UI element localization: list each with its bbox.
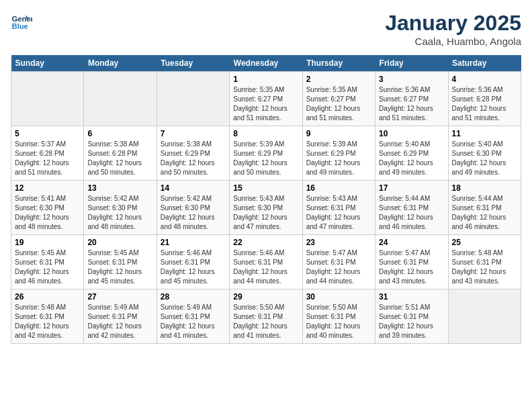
calendar-cell: 1Sunrise: 5:35 AM Sunset: 6:27 PM Daylig… xyxy=(230,72,302,126)
calendar-title: January 2025 xyxy=(385,11,521,36)
day-number: 14 xyxy=(161,183,226,193)
day-info: Sunrise: 5:44 AM Sunset: 6:31 PM Dayligh… xyxy=(452,194,517,232)
logo-icon: General Blue xyxy=(11,11,32,32)
day-number: 19 xyxy=(15,238,80,247)
calendar-cell xyxy=(157,72,229,126)
calendar-cell: 5Sunrise: 5:37 AM Sunset: 6:28 PM Daylig… xyxy=(11,126,84,181)
day-number: 31 xyxy=(379,292,444,302)
day-info: Sunrise: 5:48 AM Sunset: 6:31 PM Dayligh… xyxy=(15,303,80,340)
calendar-cell: 19Sunrise: 5:45 AM Sunset: 6:31 PM Dayli… xyxy=(11,235,84,289)
weekday-header-thursday: Thursday xyxy=(302,55,375,72)
title-block: January 2025 Caala, Huambo, Angola xyxy=(385,11,521,47)
day-number: 20 xyxy=(87,238,152,247)
calendar-week-row: 1Sunrise: 5:35 AM Sunset: 6:27 PM Daylig… xyxy=(11,72,521,126)
day-number: 2 xyxy=(306,75,371,84)
day-number: 21 xyxy=(161,238,226,247)
calendar-cell: 31Sunrise: 5:51 AM Sunset: 6:31 PM Dayli… xyxy=(375,289,448,344)
calendar-cell: 12Sunrise: 5:41 AM Sunset: 6:30 PM Dayli… xyxy=(11,181,84,235)
day-number: 29 xyxy=(233,292,298,302)
day-number: 22 xyxy=(233,238,298,247)
day-number: 8 xyxy=(233,129,298,138)
day-number: 28 xyxy=(161,292,226,302)
day-number: 17 xyxy=(379,183,444,193)
calendar-cell: 22Sunrise: 5:46 AM Sunset: 6:31 PM Dayli… xyxy=(230,235,302,289)
day-number: 4 xyxy=(452,75,517,84)
day-info: Sunrise: 5:47 AM Sunset: 6:31 PM Dayligh… xyxy=(306,248,371,286)
calendar-cell xyxy=(11,72,84,126)
calendar-cell: 17Sunrise: 5:44 AM Sunset: 6:31 PM Dayli… xyxy=(375,181,448,235)
calendar-week-row: 5Sunrise: 5:37 AM Sunset: 6:28 PM Daylig… xyxy=(11,126,521,181)
day-info: Sunrise: 5:40 AM Sunset: 6:30 PM Dayligh… xyxy=(452,140,517,177)
calendar-cell: 26Sunrise: 5:48 AM Sunset: 6:31 PM Dayli… xyxy=(11,289,84,344)
day-number: 9 xyxy=(306,129,371,138)
day-number: 3 xyxy=(379,75,444,84)
day-info: Sunrise: 5:47 AM Sunset: 6:31 PM Dayligh… xyxy=(379,248,444,286)
day-number: 11 xyxy=(452,129,517,138)
calendar-cell: 15Sunrise: 5:43 AM Sunset: 6:30 PM Dayli… xyxy=(230,181,302,235)
day-info: Sunrise: 5:46 AM Sunset: 6:31 PM Dayligh… xyxy=(161,248,226,286)
day-info: Sunrise: 5:45 AM Sunset: 6:31 PM Dayligh… xyxy=(15,248,80,286)
calendar-cell: 29Sunrise: 5:50 AM Sunset: 6:31 PM Dayli… xyxy=(230,289,302,344)
day-info: Sunrise: 5:45 AM Sunset: 6:31 PM Dayligh… xyxy=(87,248,152,286)
day-info: Sunrise: 5:38 AM Sunset: 6:28 PM Dayligh… xyxy=(87,140,152,177)
day-info: Sunrise: 5:39 AM Sunset: 6:29 PM Dayligh… xyxy=(306,140,371,177)
calendar-cell: 27Sunrise: 5:49 AM Sunset: 6:31 PM Dayli… xyxy=(84,289,157,344)
day-info: Sunrise: 5:50 AM Sunset: 6:31 PM Dayligh… xyxy=(306,303,371,340)
calendar-cell: 28Sunrise: 5:49 AM Sunset: 6:31 PM Dayli… xyxy=(157,289,229,344)
day-number: 13 xyxy=(87,183,152,193)
day-number: 26 xyxy=(15,292,80,302)
weekday-header-friday: Friday xyxy=(375,55,448,72)
day-info: Sunrise: 5:35 AM Sunset: 6:27 PM Dayligh… xyxy=(233,85,298,123)
calendar-cell xyxy=(84,72,157,126)
day-info: Sunrise: 5:38 AM Sunset: 6:29 PM Dayligh… xyxy=(161,140,226,177)
day-number: 15 xyxy=(233,183,298,193)
day-info: Sunrise: 5:37 AM Sunset: 6:28 PM Dayligh… xyxy=(15,140,80,177)
day-number: 10 xyxy=(379,129,444,138)
day-info: Sunrise: 5:41 AM Sunset: 6:30 PM Dayligh… xyxy=(15,194,80,232)
calendar-cell: 24Sunrise: 5:47 AM Sunset: 6:31 PM Dayli… xyxy=(375,235,448,289)
calendar-cell: 3Sunrise: 5:36 AM Sunset: 6:27 PM Daylig… xyxy=(375,72,448,126)
calendar-cell: 14Sunrise: 5:42 AM Sunset: 6:30 PM Dayli… xyxy=(157,181,229,235)
day-number: 12 xyxy=(15,183,80,193)
day-info: Sunrise: 5:51 AM Sunset: 6:31 PM Dayligh… xyxy=(379,303,444,340)
calendar-cell: 16Sunrise: 5:43 AM Sunset: 6:31 PM Dayli… xyxy=(302,181,375,235)
day-info: Sunrise: 5:48 AM Sunset: 6:31 PM Dayligh… xyxy=(452,248,517,286)
calendar-cell: 8Sunrise: 5:39 AM Sunset: 6:29 PM Daylig… xyxy=(230,126,302,181)
calendar-week-row: 26Sunrise: 5:48 AM Sunset: 6:31 PM Dayli… xyxy=(11,289,521,344)
calendar-week-row: 12Sunrise: 5:41 AM Sunset: 6:30 PM Dayli… xyxy=(11,181,521,235)
day-number: 16 xyxy=(306,183,371,193)
weekday-header-saturday: Saturday xyxy=(448,55,521,72)
calendar-subtitle: Caala, Huambo, Angola xyxy=(385,36,521,47)
day-info: Sunrise: 5:42 AM Sunset: 6:30 PM Dayligh… xyxy=(161,194,226,232)
calendar-cell: 9Sunrise: 5:39 AM Sunset: 6:29 PM Daylig… xyxy=(302,126,375,181)
calendar-table: SundayMondayTuesdayWednesdayThursdayFrid… xyxy=(11,55,521,344)
calendar-cell: 4Sunrise: 5:36 AM Sunset: 6:28 PM Daylig… xyxy=(448,72,521,126)
weekday-header-tuesday: Tuesday xyxy=(157,55,229,72)
page-header: General Blue January 2025 Caala, Huambo,… xyxy=(11,11,521,47)
day-number: 18 xyxy=(452,183,517,193)
day-info: Sunrise: 5:40 AM Sunset: 6:29 PM Dayligh… xyxy=(379,140,444,177)
day-info: Sunrise: 5:36 AM Sunset: 6:27 PM Dayligh… xyxy=(379,85,444,123)
calendar-cell: 18Sunrise: 5:44 AM Sunset: 6:31 PM Dayli… xyxy=(448,181,521,235)
calendar-cell: 21Sunrise: 5:46 AM Sunset: 6:31 PM Dayli… xyxy=(157,235,229,289)
day-number: 27 xyxy=(87,292,152,302)
calendar-cell: 20Sunrise: 5:45 AM Sunset: 6:31 PM Dayli… xyxy=(84,235,157,289)
day-info: Sunrise: 5:50 AM Sunset: 6:31 PM Dayligh… xyxy=(233,303,298,340)
calendar-cell: 7Sunrise: 5:38 AM Sunset: 6:29 PM Daylig… xyxy=(157,126,229,181)
day-info: Sunrise: 5:49 AM Sunset: 6:31 PM Dayligh… xyxy=(87,303,152,340)
day-info: Sunrise: 5:35 AM Sunset: 6:27 PM Dayligh… xyxy=(306,85,371,123)
day-number: 30 xyxy=(306,292,371,302)
calendar-cell: 11Sunrise: 5:40 AM Sunset: 6:30 PM Dayli… xyxy=(448,126,521,181)
day-number: 24 xyxy=(379,238,444,247)
weekday-header-sunday: Sunday xyxy=(11,55,84,72)
weekday-header-wednesday: Wednesday xyxy=(230,55,302,72)
day-info: Sunrise: 5:43 AM Sunset: 6:31 PM Dayligh… xyxy=(306,194,371,232)
logo: General Blue xyxy=(11,11,32,32)
calendar-cell: 25Sunrise: 5:48 AM Sunset: 6:31 PM Dayli… xyxy=(448,235,521,289)
day-number: 25 xyxy=(452,238,517,247)
day-number: 23 xyxy=(306,238,371,247)
day-number: 5 xyxy=(15,129,80,138)
day-info: Sunrise: 5:44 AM Sunset: 6:31 PM Dayligh… xyxy=(379,194,444,232)
day-info: Sunrise: 5:39 AM Sunset: 6:29 PM Dayligh… xyxy=(233,140,298,177)
day-info: Sunrise: 5:49 AM Sunset: 6:31 PM Dayligh… xyxy=(161,303,226,340)
